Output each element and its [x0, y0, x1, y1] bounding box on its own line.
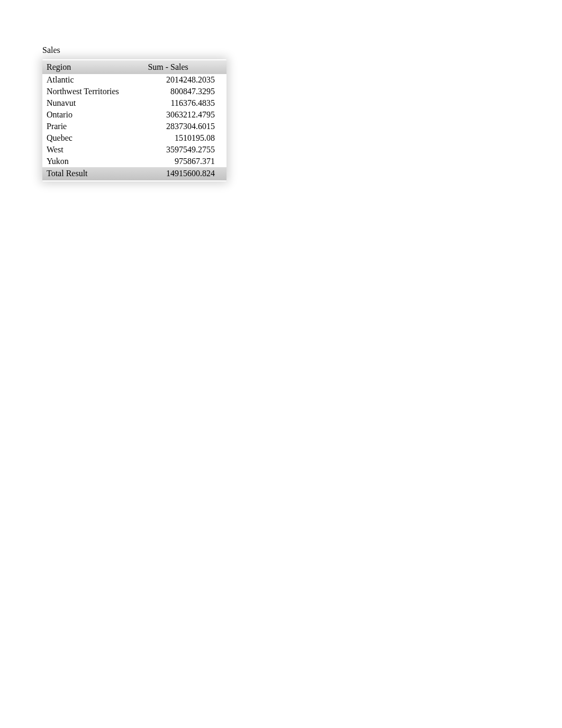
cell-region: Northwest Territories — [42, 86, 143, 97]
table-row: Yukon 975867.371 — [42, 156, 226, 167]
cell-region: Prarie — [42, 121, 143, 132]
table-header-row: Region Sum - Sales — [42, 60, 226, 74]
table-row: Nunavut 116376.4835 — [42, 97, 226, 109]
cell-region: Quebec — [42, 132, 143, 144]
table-row: Prarie 2837304.6015 — [42, 121, 226, 132]
cell-value: 116376.4835 — [143, 97, 226, 109]
header-region: Region — [42, 60, 143, 74]
sales-table-container: Region Sum - Sales Atlantic 2014248.2035… — [42, 59, 226, 181]
cell-value: 3063212.4795 — [143, 109, 226, 121]
cell-value: 3597549.2755 — [143, 144, 226, 156]
cell-value: 975867.371 — [143, 156, 226, 167]
table-row: West 3597549.2755 — [42, 144, 226, 156]
header-sum-sales: Sum - Sales — [143, 60, 226, 74]
table-row: Quebec 1510195.08 — [42, 132, 226, 144]
table-total-row: Total Result 14915600.824 — [42, 167, 226, 180]
sales-table: Region Sum - Sales Atlantic 2014248.2035… — [42, 60, 226, 180]
table-row: Atlantic 2014248.2035 — [42, 74, 226, 86]
cell-value: 1510195.08 — [143, 132, 226, 144]
cell-value: 2837304.6015 — [143, 121, 226, 132]
cell-total-value: 14915600.824 — [143, 167, 226, 180]
cell-total-label: Total Result — [42, 167, 143, 180]
cell-region: West — [42, 144, 143, 156]
table-row: Ontario 3063212.4795 — [42, 109, 226, 121]
cell-region: Atlantic — [42, 74, 143, 86]
cell-region: Nunavut — [42, 97, 143, 109]
cell-region: Yukon — [42, 156, 143, 167]
table-row: Northwest Territories 800847.3295 — [42, 86, 226, 97]
cell-region: Ontario — [42, 109, 143, 121]
page-title: Sales — [42, 46, 60, 55]
cell-value: 800847.3295 — [143, 86, 226, 97]
cell-value: 2014248.2035 — [143, 74, 226, 86]
